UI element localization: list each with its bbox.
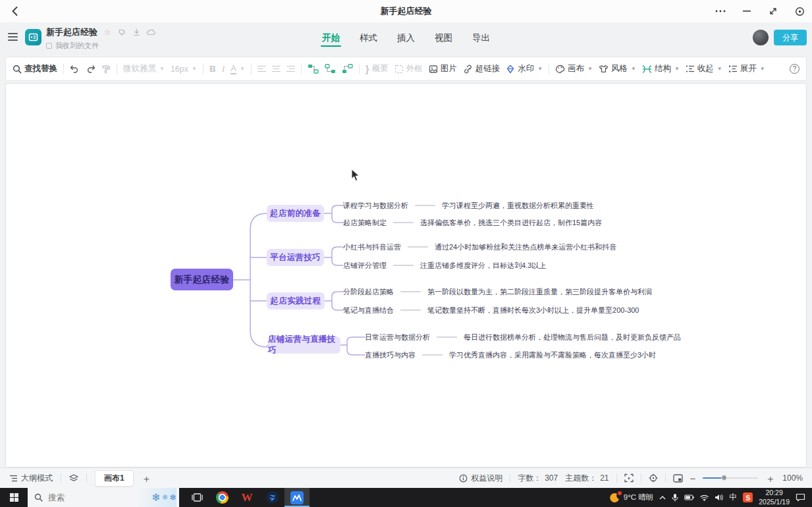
task-view-icon[interactable] <box>184 488 209 507</box>
zoom-slider[interactable] <box>703 477 758 479</box>
zoom-level: 100% <box>782 473 803 483</box>
taskbar-clock[interactable]: 20:29 2025/1/19 <box>759 489 790 506</box>
expand-button[interactable]: 展开▼ <box>728 63 765 74</box>
clock-date: 2025/1/19 <box>759 498 790 506</box>
mindmap-subtopic[interactable]: 分阶段起店策略 第一阶段以数量为主，第二阶段注重质量，第三阶段提升客单价与利润 <box>343 287 652 297</box>
search-input[interactable] <box>48 493 127 502</box>
layers-icon[interactable] <box>69 474 78 483</box>
subtopic-label: 分阶段起店策略 <box>343 287 394 297</box>
minimize-icon[interactable] <box>741 5 753 17</box>
rights-info-button[interactable]: 权益说明 <box>459 473 502 484</box>
find-replace-label: 查找替换 <box>24 63 57 74</box>
target-icon[interactable] <box>794 5 805 17</box>
moon-weather-icon <box>610 493 620 503</box>
find-replace-button[interactable]: 查找替换 <box>13 63 57 74</box>
topic-count-value: 21 <box>600 473 609 483</box>
more-options-icon[interactable] <box>715 5 726 17</box>
wifi-icon[interactable] <box>700 494 709 501</box>
canvas-tab-1[interactable]: 画布1 <box>95 470 134 487</box>
insert-parent-topic-button[interactable] <box>342 64 353 74</box>
mindmap-branch-1[interactable]: 起店前的准备 <box>267 205 324 222</box>
structure-button[interactable]: 结构▼ <box>642 63 680 74</box>
subtopic-label: 笔记与直播结合 <box>343 306 394 315</box>
watermark-button[interactable]: 水印▼ <box>506 63 543 74</box>
avatar[interactable] <box>753 30 769 45</box>
mindmap-branch-3[interactable]: 起店实践过程 <box>267 292 325 309</box>
mindmap-subtopic[interactable]: 起店策略制定 选择偏低客单价，挑选三个类目进行起店，制作15篇内容 <box>343 218 602 228</box>
align-right-button[interactable] <box>286 66 295 72</box>
tab-view[interactable]: 视图 <box>433 24 454 51</box>
font-size-select[interactable]: 16px▼ <box>171 65 197 74</box>
summary-label: 概要 <box>372 63 389 74</box>
zoom-in-button[interactable]: ＋ <box>765 473 775 483</box>
tab-style[interactable]: 样式 <box>358 24 379 51</box>
expand-label: 展开 <box>740 63 757 74</box>
mindmap-root-topic[interactable]: 新手起店经验 <box>171 269 233 290</box>
share-button[interactable]: 分享 <box>774 30 807 45</box>
mindmap-app-icon[interactable] <box>284 488 310 507</box>
collapse-button[interactable]: 收起▼ <box>686 63 722 74</box>
align-center-button[interactable] <box>272 66 281 72</box>
bold-button[interactable]: B <box>209 64 216 74</box>
wps-icon[interactable]: W <box>234 488 259 507</box>
mindmap-subtopic[interactable]: 小红书与抖音运营 通过24小时加够粉丝和关注热点榜单来运营小红书和抖音 <box>343 242 616 252</box>
tab-insert[interactable]: 插入 <box>396 24 416 51</box>
notification-center-icon[interactable] <box>796 493 805 502</box>
mindmap-branch-4[interactable]: 店铺运营与直播技巧 <box>268 336 340 354</box>
watermark-label: 水印 <box>518 63 534 74</box>
resize-icon[interactable] <box>767 5 779 17</box>
ime-indicator[interactable]: 中 <box>729 492 737 503</box>
mindmap-subtopic[interactable]: 课程学习与数据分析 学习课程至少两遍，重视数据分析积累的重要性 <box>343 201 594 211</box>
undo-button[interactable] <box>70 65 80 73</box>
chrome-icon[interactable] <box>209 488 234 507</box>
weather-snow-widget[interactable]: ❄❄❄ <box>136 488 176 507</box>
weather-widget[interactable]: 9°C 晴朗 <box>610 493 654 503</box>
mindmap-subtopic[interactable]: 店铺评分管理 注重店铺多维度评分，目标达到4.3以上 <box>343 261 546 271</box>
summary-button[interactable]: }概要 <box>365 63 389 74</box>
sogou-input-icon[interactable]: S <box>743 493 753 502</box>
frame-button[interactable]: 外框 <box>394 63 423 74</box>
style-button[interactable]: 风格▼ <box>599 63 636 74</box>
battery-icon[interactable] <box>684 494 694 500</box>
window-title: 新手起店经验 <box>0 5 812 17</box>
dingtalk-icon[interactable] <box>259 488 284 507</box>
tray-expand-icon[interactable] <box>659 496 666 500</box>
topic-count-label: 主题数： <box>565 473 597 484</box>
mindmap-subtopic[interactable]: 直播技巧与内容 学习优秀直播内容，采用露脸与不露脸策略，每次直播至少3小时 <box>365 350 656 360</box>
topic-count: 主题数： 21 <box>565 473 609 484</box>
insert-sibling-topic-button[interactable] <box>325 64 336 74</box>
format-painter-button[interactable] <box>101 65 111 74</box>
tab-export[interactable]: 导出 <box>471 24 491 51</box>
align-left-button[interactable] <box>257 66 266 72</box>
canvas-button[interactable]: 画布▼ <box>555 63 593 74</box>
taskbar-search[interactable]: ❄❄❄ <box>28 488 179 507</box>
style-label: 风格 <box>611 63 628 74</box>
mindmap-subtopic[interactable]: 日常运营与数据分析 每日进行数据榜单分析，处理物流与售后问题，及时更新负反馈产品 <box>365 333 681 342</box>
mindmap-canvas[interactable]: 新手起店经验 起店前的准备 平台运营技巧 起店实践过程 店铺运营与直播技巧 课程… <box>5 83 807 467</box>
mindmap-branch-2[interactable]: 平台运营技巧 <box>267 249 324 266</box>
font-family-value: 微软雅黑 <box>123 63 156 74</box>
subtopic-label: 日常运营与数据分析 <box>365 333 430 342</box>
hyperlink-button[interactable]: 超链接 <box>463 63 501 74</box>
structure-label: 结构 <box>655 63 671 74</box>
mindmap-subtopic[interactable]: 笔记与直播结合 笔记数量坚持不断，直播时长每次3小时以上，提升单量至200-30… <box>343 306 639 315</box>
presentation-mode-icon[interactable] <box>624 473 634 483</box>
redo-button[interactable] <box>86 65 95 73</box>
minimap-icon[interactable] <box>673 474 683 483</box>
subtopic-label: 店铺评分管理 <box>343 261 387 271</box>
microphone-icon[interactable] <box>672 493 678 502</box>
image-button[interactable]: 图片 <box>429 63 457 74</box>
font-color-button[interactable]: A▼ <box>230 64 245 74</box>
add-canvas-button[interactable]: ＋ <box>142 473 151 483</box>
outline-mode-button[interactable]: 大纲模式 <box>9 473 53 484</box>
insert-child-topic-button[interactable] <box>308 64 319 74</box>
zoom-slider-knob[interactable] <box>721 475 727 481</box>
font-family-select[interactable]: 微软雅黑▼ <box>123 63 165 74</box>
italic-button[interactable]: I <box>222 64 225 74</box>
locate-center-icon[interactable] <box>649 473 658 483</box>
volume-icon[interactable] <box>715 494 723 501</box>
zoom-out-button[interactable]: − <box>690 473 696 483</box>
tab-start[interactable]: 开始 <box>321 24 341 51</box>
help-icon[interactable]: ? <box>790 64 799 74</box>
start-button[interactable] <box>0 488 28 507</box>
